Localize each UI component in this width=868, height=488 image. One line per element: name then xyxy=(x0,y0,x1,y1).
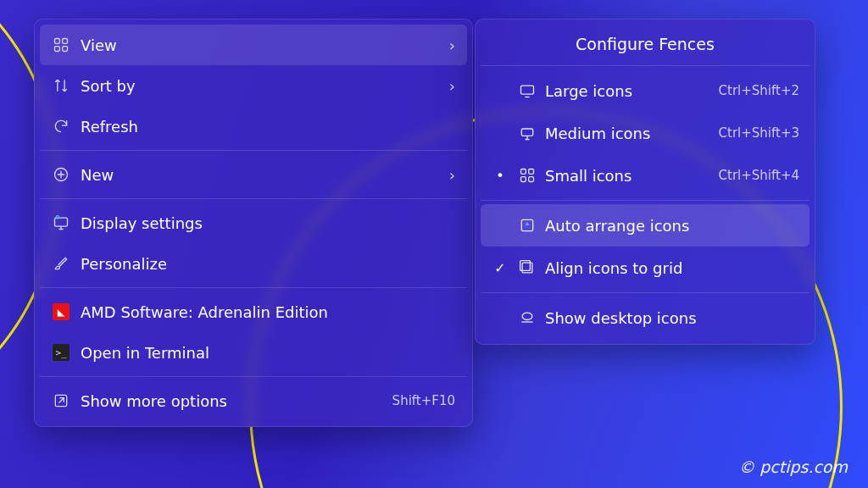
menu-item-view[interactable]: View › xyxy=(40,25,467,65)
amd-icon: ◣ xyxy=(52,302,70,321)
view-submenu: Configure Fences Large icons Ctrl+Shift+… xyxy=(475,19,815,345)
display-settings-icon xyxy=(52,214,70,232)
menu-item-terminal[interactable]: >_ Open in Terminal xyxy=(40,332,467,373)
submenu-item-show-desktop-icons[interactable]: Show desktop icons xyxy=(481,297,810,339)
svg-rect-13 xyxy=(529,177,534,182)
svg-rect-1 xyxy=(63,39,68,44)
menu-item-display-settings[interactable]: Display settings xyxy=(40,202,467,243)
chevron-right-icon: › xyxy=(449,36,455,54)
svg-rect-15 xyxy=(522,263,532,273)
menu-item-label: Sort by xyxy=(81,77,136,95)
menu-item-label: Display settings xyxy=(81,214,203,232)
menu-item-label: View xyxy=(81,36,117,54)
menu-item-label: Personalize xyxy=(81,255,167,273)
submenu-shortcut: Ctrl+Shift+3 xyxy=(719,125,799,141)
menu-item-amd[interactable]: ◣ AMD Software: Adrenalin Edition xyxy=(40,291,467,332)
svg-rect-10 xyxy=(521,169,526,175)
refresh-icon xyxy=(52,117,70,136)
check-mark-checked: ✓ xyxy=(491,260,509,276)
menu-item-sort[interactable]: Sort by › xyxy=(40,65,467,106)
menu-item-label: AMD Software: Adrenalin Edition xyxy=(81,303,328,321)
svg-rect-8 xyxy=(521,86,534,94)
svg-rect-5 xyxy=(55,218,68,226)
submenu-item-label: Large icons xyxy=(545,82,632,100)
credit-text: © pctips.com xyxy=(738,458,848,476)
submenu-item-label: Align icons to grid xyxy=(545,259,682,277)
submenu-item-label: Small icons xyxy=(545,167,632,185)
svg-point-6 xyxy=(56,216,58,219)
auto-arrange-icon xyxy=(518,216,537,235)
plus-circle-icon xyxy=(52,165,70,184)
submenu-item-medium-icons[interactable]: Medium icons Ctrl+Shift+3 xyxy=(481,112,810,154)
submenu-item-auto-arrange[interactable]: Auto arrange icons xyxy=(481,204,810,247)
svg-rect-0 xyxy=(55,39,60,44)
svg-point-17 xyxy=(522,313,532,319)
submenu-item-label: Auto arrange icons xyxy=(545,217,689,235)
chevron-right-icon: › xyxy=(449,166,455,184)
submenu-item-large-icons[interactable]: Large icons Ctrl+Shift+2 xyxy=(481,69,810,112)
submenu-shortcut: Ctrl+Shift+2 xyxy=(719,83,799,98)
desktop-context-menu: View › Sort by › Refresh New › Display s… xyxy=(34,19,473,427)
svg-rect-3 xyxy=(63,47,68,52)
menu-shortcut: Shift+F10 xyxy=(392,393,455,408)
sort-icon xyxy=(52,76,70,95)
menu-item-personalize[interactable]: Personalize xyxy=(40,243,467,284)
show-desktop-icons-icon xyxy=(518,308,537,327)
menu-item-label: Open in Terminal xyxy=(81,344,209,362)
submenu-item-label: Show desktop icons xyxy=(545,309,697,327)
svg-rect-16 xyxy=(520,261,531,271)
terminal-icon: >_ xyxy=(52,343,70,362)
expand-icon xyxy=(52,391,70,410)
chevron-right-icon: › xyxy=(449,77,455,95)
submenu-item-small-icons[interactable]: • Small icons Ctrl+Shift+4 xyxy=(481,154,810,197)
menu-item-label: Show more options xyxy=(81,392,227,410)
align-grid-icon xyxy=(518,258,537,277)
svg-rect-12 xyxy=(521,177,526,182)
radio-mark-selected: • xyxy=(491,168,509,184)
svg-rect-9 xyxy=(521,129,532,136)
svg-rect-11 xyxy=(529,169,534,175)
menu-item-label: New xyxy=(81,166,114,184)
brush-icon xyxy=(52,254,70,273)
svg-rect-2 xyxy=(55,47,60,52)
menu-item-show-more[interactable]: Show more options Shift+F10 xyxy=(40,380,467,421)
submenu-title[interactable]: Configure Fences xyxy=(481,25,810,62)
submenu-shortcut: Ctrl+Shift+4 xyxy=(719,168,799,183)
small-icons-icon xyxy=(518,166,537,185)
submenu-item-align-grid[interactable]: ✓ Align icons to grid xyxy=(481,247,810,289)
menu-item-new[interactable]: New › xyxy=(40,154,467,195)
medium-icons-icon xyxy=(518,124,537,142)
submenu-item-label: Medium icons xyxy=(545,125,650,142)
menu-item-label: Refresh xyxy=(81,118,138,136)
large-icons-icon xyxy=(518,81,537,100)
menu-item-refresh[interactable]: Refresh xyxy=(40,106,467,147)
grid-icon xyxy=(52,36,70,54)
